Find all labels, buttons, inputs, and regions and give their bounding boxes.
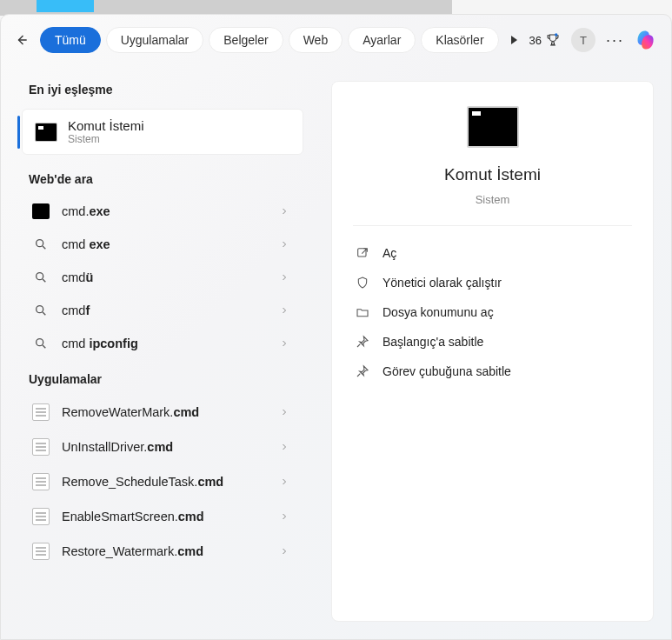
web-result-row[interactable]: cmd exe [1, 228, 314, 261]
tab-all[interactable]: Tümü [40, 27, 101, 53]
app-result-label: EnableSmartScreen.cmd [62, 510, 204, 523]
chevron-right-icon [279, 338, 289, 349]
chevron-right-icon [279, 511, 289, 522]
action-label: Başlangıç'a sabitle [383, 335, 483, 349]
points-value: 36 [529, 34, 542, 47]
web-result-row[interactable]: cmdü [1, 261, 314, 294]
tab-folders[interactable]: Klasörler [421, 27, 498, 53]
filter-tabs: TümüUygulamalarBelgelerWebAyarlarKlasörl… [40, 27, 499, 53]
web-result-label: cmd exe [62, 237, 110, 251]
detail-divider [353, 225, 632, 226]
chevron-right-icon [279, 206, 289, 217]
action-open[interactable]: Aç [353, 238, 632, 268]
app-result-row[interactable]: Remove_ScheduleTask.cmd [1, 464, 314, 499]
section-apps-title: Uygulamalar [1, 360, 314, 395]
action-pin-task[interactable]: Görev çubuğuna sabitle [353, 357, 632, 386]
tab-apps[interactable]: Uygulamalar [106, 27, 204, 53]
app-result-label: Restore_Watermark.cmd [62, 544, 203, 558]
app-result-row[interactable]: Restore_Watermark.cmd [1, 534, 314, 569]
rewards-points[interactable]: 36 [529, 32, 561, 48]
app-result-row[interactable]: UnInstallDriver.cmd [1, 430, 314, 464]
svg-point-1 [37, 240, 43, 247]
more-menu-button[interactable]: ··· [606, 31, 624, 50]
cmd-file-icon [32, 473, 50, 490]
detail-title: Komut İstemi [444, 165, 541, 184]
results-column: En iyi eşleşme Komut İstemi Sistem Web'd… [1, 65, 314, 639]
shield-icon [355, 275, 370, 290]
detail-card: Komut İstemi Sistem AçYönetici olarak ça… [331, 81, 654, 622]
cmd-file-icon [32, 543, 50, 560]
chevron-right-icon [279, 442, 289, 452]
web-results: cmd.execmd execmdücmdfcmd ipconfig [1, 195, 314, 360]
pin-icon [355, 363, 370, 379]
tab-settings[interactable]: Ayarlar [348, 27, 416, 53]
web-result-label: cmdü [62, 270, 93, 284]
chevron-right-icon [279, 272, 289, 283]
detail-subtitle: Sistem [476, 193, 510, 206]
action-admin[interactable]: Yönetici olarak çalıştır [353, 268, 632, 297]
chevron-right-icon [279, 239, 289, 250]
search-icon [32, 336, 50, 351]
arrow-left-icon [12, 31, 30, 49]
action-location[interactable]: Dosya konumunu aç [353, 297, 632, 327]
search-panel: TümüUygulamalarBelgelerWebAyarlarKlasörl… [0, 14, 672, 640]
best-match-subtitle: Sistem [68, 133, 144, 145]
app-result-label: RemoveWaterMark.cmd [62, 405, 199, 419]
action-label: Aç [383, 246, 396, 260]
avatar-initial: T [580, 34, 587, 47]
header: TümüUygulamalarBelgelerWebAyarlarKlasörl… [1, 15, 671, 65]
action-pin-start[interactable]: Başlangıç'a sabitle [353, 327, 632, 357]
exe-icon [32, 203, 50, 219]
action-label: Dosya konumunu aç [383, 305, 494, 319]
more-filters-button[interactable] [506, 30, 522, 50]
web-result-row[interactable]: cmd.exe [1, 195, 314, 228]
open-icon [355, 245, 370, 261]
web-result-row[interactable]: cmd ipconfig [1, 327, 314, 360]
web-result-row[interactable]: cmdf [1, 294, 314, 327]
chevron-right-icon [279, 546, 289, 557]
body: En iyi eşleşme Komut İstemi Sistem Web'd… [1, 65, 671, 639]
header-right: 36 T ··· [529, 28, 659, 52]
background-window-accent [37, 0, 94, 12]
svg-point-2 [37, 273, 43, 280]
app-result-row[interactable]: RemoveWaterMark.cmd [1, 395, 314, 430]
detail-header: Komut İstemi Sistem [353, 106, 632, 206]
search-icon [32, 237, 50, 252]
action-label: Görev çubuğuna sabitle [383, 364, 511, 378]
web-result-label: cmdf [62, 303, 90, 317]
chevron-right-icon [279, 477, 289, 487]
tab-docs[interactable]: Belgeler [209, 27, 283, 53]
app-result-label: UnInstallDriver.cmd [62, 440, 173, 454]
svg-point-3 [37, 306, 43, 313]
trophy-icon [545, 32, 561, 48]
best-match-title: Komut İstemi [68, 118, 144, 133]
chevron-right-icon [279, 305, 289, 316]
chevron-right-icon [279, 407, 289, 417]
pin-icon [355, 334, 370, 350]
detail-actions: AçYönetici olarak çalıştırDosya konumunu… [353, 238, 632, 386]
copilot-icon[interactable] [635, 28, 659, 52]
best-match-item[interactable]: Komut İstemi Sistem [22, 109, 303, 155]
svg-rect-5 [358, 249, 366, 257]
cmd-file-icon [32, 438, 50, 456]
detail-app-icon [467, 106, 519, 148]
section-best-match-title: En iyi eşleşme [1, 70, 314, 105]
back-button[interactable] [10, 25, 33, 55]
svg-point-4 [37, 339, 43, 346]
app-result-row[interactable]: EnableSmartScreen.cmd [1, 499, 314, 534]
user-avatar[interactable]: T [571, 28, 595, 52]
web-result-label: cmd ipconfig [62, 337, 138, 350]
app-result-label: Remove_ScheduleTask.cmd [62, 475, 223, 489]
search-icon [32, 270, 50, 285]
detail-column: Komut İstemi Sistem AçYönetici olarak ça… [314, 65, 671, 639]
action-label: Yönetici olarak çalıştır [383, 276, 502, 290]
folder-icon [355, 304, 370, 320]
cmd-file-icon [32, 508, 50, 525]
app-results: RemoveWaterMark.cmdUnInstallDriver.cmdRe… [1, 395, 314, 569]
section-web-title: Web'de ara [1, 160, 314, 195]
command-prompt-icon [35, 123, 57, 142]
triangle-right-icon [509, 35, 519, 45]
search-icon [32, 303, 50, 318]
web-result-label: cmd.exe [62, 204, 110, 218]
tab-web[interactable]: Web [289, 27, 343, 53]
